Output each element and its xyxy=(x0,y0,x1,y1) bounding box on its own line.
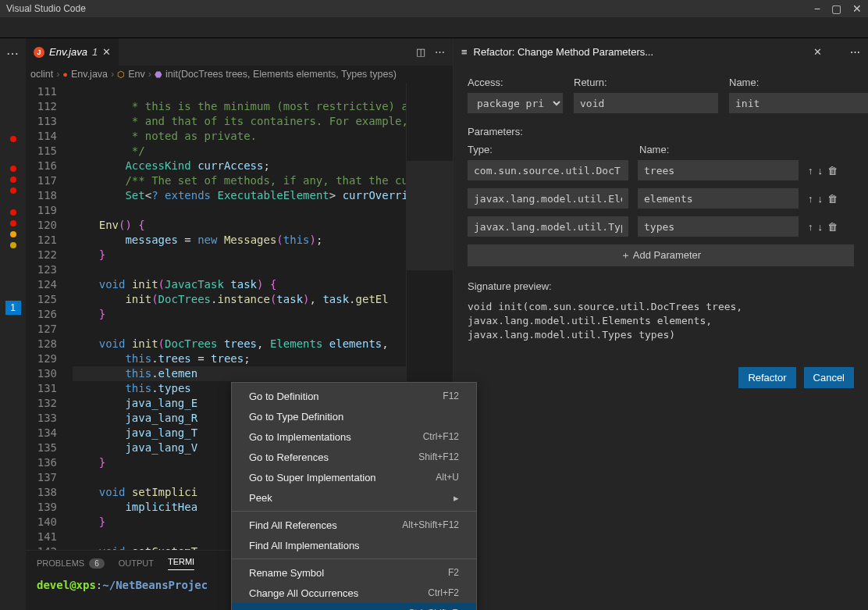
delete-icon[interactable]: 🗑 xyxy=(827,221,838,233)
access-select[interactable]: package priva xyxy=(468,93,563,113)
panel-more-icon[interactable]: ⋯ xyxy=(850,46,860,58)
tab-modified: 1 xyxy=(92,46,98,58)
move-down-icon[interactable]: ↓ xyxy=(818,165,824,177)
panel-icon: ≡ xyxy=(461,46,468,58)
menu-item-go-to-references[interactable]: Go to ReferencesShift+F12 xyxy=(232,447,476,467)
menu-separator xyxy=(232,511,476,512)
terminal-prompt-user: devel@xps xyxy=(37,579,96,591)
editor-tab-env[interactable]: J Env.java 1 ✕ xyxy=(26,38,119,66)
refactor-panel-titlebar: ≡ Refactor: Change Method Parameters... … xyxy=(454,38,868,66)
menu-item-go-to-super[interactable]: Go to Super ImplementationAlt+U xyxy=(232,467,476,487)
menu-item-go-to-definition[interactable]: Go to DefinitionF12 xyxy=(232,386,476,406)
parameters-label: Parameters: xyxy=(468,126,854,137)
marker-dot xyxy=(10,209,16,216)
signature-preview-label: Signature preview: xyxy=(468,280,854,292)
return-input[interactable] xyxy=(574,93,718,113)
breadcrumb-item[interactable]: Env xyxy=(128,69,145,80)
menu-item-refactor[interactable]: Refactor...Ctrl+Shift+R xyxy=(232,603,476,610)
panel-close-icon[interactable]: ✕ xyxy=(813,46,822,58)
tab-problems[interactable]: PROBLEMS 6 xyxy=(37,558,105,569)
add-parameter-button[interactable]: ＋ Add Parameter xyxy=(468,244,854,266)
name-label: Name: xyxy=(729,77,868,88)
more-icon[interactable]: ⋯ xyxy=(0,38,26,69)
marker-dot xyxy=(10,231,16,237)
name-input[interactable] xyxy=(729,93,868,113)
problems-count-badge: 6 xyxy=(89,558,105,569)
move-up-icon[interactable]: ↑ xyxy=(808,221,813,233)
marker-dot xyxy=(10,166,16,172)
access-label: Access: xyxy=(468,77,563,88)
refactor-panel: ≡ Refactor: Change Method Parameters... … xyxy=(453,38,868,610)
tab-more-icon[interactable]: ⋯ xyxy=(435,46,445,58)
signature-preview: void init(com.sun.source.util.DocTrees t… xyxy=(468,300,854,342)
menu-item-change-all-occurrences[interactable]: Change All OccurrencesCtrl+F2 xyxy=(232,583,476,603)
window-titlebar: Visual Studio Code − ▢ ✕ xyxy=(0,0,868,17)
move-up-icon[interactable]: ↑ xyxy=(808,193,813,205)
marker-dot xyxy=(10,242,16,248)
plus-icon: ＋ xyxy=(621,249,631,261)
window-title: Visual Studio Code xyxy=(6,3,86,14)
tab-output[interactable]: OUTPUT xyxy=(119,558,154,568)
param-name-header: Name: xyxy=(639,144,854,155)
minimize-icon[interactable]: − xyxy=(814,2,820,15)
context-menu: Go to DefinitionF12 Go to Type Definitio… xyxy=(231,382,477,610)
menu-item-go-to-type-definition[interactable]: Go to Type Definition xyxy=(232,406,476,426)
tab-terminal[interactable]: TERMI xyxy=(168,557,194,570)
menubar xyxy=(0,17,868,38)
refactor-panel-title: Refactor: Change Method Parameters... xyxy=(474,46,807,58)
marker-dot xyxy=(10,187,16,194)
param-type-input[interactable] xyxy=(468,216,628,237)
line-indicator: 1 xyxy=(5,301,21,315)
submenu-arrow-icon: ▸ xyxy=(454,492,459,504)
menu-separator xyxy=(232,558,476,559)
param-row: ↑ ↓ 🗑 xyxy=(468,216,854,237)
return-label: Return: xyxy=(574,77,718,88)
param-type-input[interactable] xyxy=(468,160,628,180)
activity-gutter: ⋯ 1 xyxy=(0,38,26,610)
breadcrumb-item[interactable]: init(DocTrees trees, Elements elements, … xyxy=(165,69,397,80)
menu-item-peek[interactable]: Peek▸ xyxy=(232,487,476,508)
menu-item-find-all-references[interactable]: Find All ReferencesAlt+Shift+F12 xyxy=(232,515,476,535)
move-down-icon[interactable]: ↓ xyxy=(818,193,824,205)
param-row: ↑ ↓ 🗑 xyxy=(468,160,854,180)
move-up-icon[interactable]: ↑ xyxy=(808,165,813,177)
param-name-input[interactable] xyxy=(638,216,799,237)
param-name-input[interactable] xyxy=(638,160,799,180)
breadcrumb-item[interactable]: Env.java xyxy=(71,69,108,80)
param-type-input[interactable] xyxy=(468,188,628,209)
param-name-input[interactable] xyxy=(638,188,799,209)
marker-dot xyxy=(10,177,16,183)
move-down-icon[interactable]: ↓ xyxy=(818,221,824,233)
cancel-button[interactable]: Cancel xyxy=(804,367,854,388)
editor-group: J Env.java 1 ✕ ◫ ⋯ oclint › ● Env.java ›… xyxy=(26,38,453,610)
split-editor-icon[interactable]: ◫ xyxy=(416,46,425,58)
close-icon[interactable]: ✕ xyxy=(852,2,862,15)
menu-item-rename-symbol[interactable]: Rename SymbolF2 xyxy=(232,562,476,583)
delete-icon[interactable]: 🗑 xyxy=(827,165,838,177)
refactor-button[interactable]: Refactor xyxy=(738,367,795,388)
breadcrumb-item[interactable]: oclint xyxy=(30,69,53,80)
maximize-icon[interactable]: ▢ xyxy=(831,2,841,15)
marker-dot xyxy=(10,136,16,142)
param-row: ↑ ↓ 🗑 xyxy=(468,188,854,209)
java-file-icon: J xyxy=(34,47,44,58)
tab-filename: Env.java xyxy=(49,46,87,58)
line-number-gutter: 1111121131141151161171181191201211221231… xyxy=(26,83,73,550)
marker-dot xyxy=(10,220,16,227)
menu-item-find-all-implementations[interactable]: Find All Implementations xyxy=(232,535,476,555)
tab-close-icon[interactable]: ✕ xyxy=(102,46,111,58)
main-area: ⋯ 1 J Env.java 1 ✕ ◫ ⋯ xyxy=(0,38,868,610)
param-type-header: Type: xyxy=(468,144,628,155)
delete-icon[interactable]: 🗑 xyxy=(827,193,838,205)
terminal-prompt-path: ~/NetBeansProjec xyxy=(102,579,208,591)
breadcrumb[interactable]: oclint › ● Env.java › ⬡ Env › ⬣ init(Doc… xyxy=(26,66,453,83)
editor-tabbar: J Env.java 1 ✕ ◫ ⋯ xyxy=(26,38,453,66)
menu-item-go-to-implementations[interactable]: Go to ImplementationsCtrl+F12 xyxy=(232,426,476,447)
